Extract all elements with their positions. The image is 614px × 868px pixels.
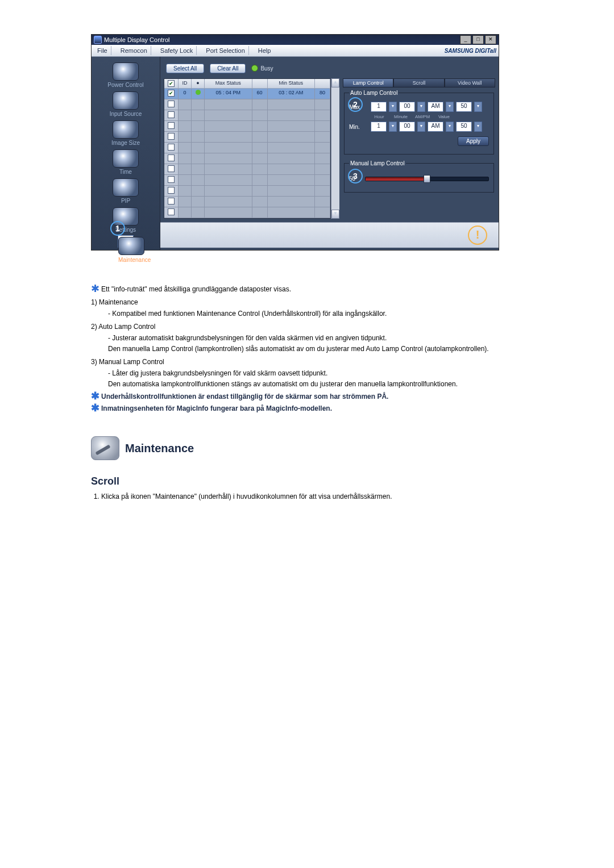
right-panel: Lamp Control Scroll Video Wall Auto Lamp…	[343, 78, 495, 219]
panel-tabs: Lamp Control Scroll Video Wall	[343, 78, 495, 87]
sidebar-item-label: Input Source	[110, 111, 142, 117]
row-checkbox-icon[interactable]	[168, 198, 175, 205]
min-hour-select[interactable]: 1	[371, 122, 387, 132]
minimize-button[interactable]: _	[460, 35, 471, 44]
sublabel-hour: Hour	[371, 114, 388, 119]
menu-remocon[interactable]: Remocon	[117, 46, 151, 55]
grid-header-80	[315, 79, 330, 89]
dropdown-icon[interactable]: ▾	[389, 102, 397, 112]
max-ampm-select[interactable]: AM	[428, 102, 443, 112]
sublabel-ampm: AM/PM	[414, 114, 431, 119]
callout-3-badge: 3	[348, 169, 363, 183]
tab-scroll[interactable]: Scroll	[393, 78, 444, 87]
slider-thumb-icon[interactable]	[424, 175, 430, 183]
row-checkbox-icon[interactable]	[168, 155, 175, 161]
menu-safety-lock[interactable]: Safety Lock	[157, 46, 197, 55]
checkbox-all-icon[interactable]	[168, 80, 175, 87]
item-line: - Låter dig justera bakgrundsbelysningen…	[108, 369, 523, 378]
min-ampm-select[interactable]: AM	[428, 122, 443, 132]
grid-header-max: Max Status	[205, 79, 252, 89]
item-line: Den manuella Lamp Control (lampkontrolle…	[108, 344, 523, 354]
dropdown-icon[interactable]: ▾	[417, 122, 425, 132]
item-num: 1)	[91, 298, 97, 306]
cell-id: 0	[179, 89, 192, 99]
row-checkbox-icon[interactable]	[168, 90, 175, 97]
note-1: ✱ Underhållskontrollfunktionen är endast…	[91, 392, 523, 402]
max-value-select[interactable]: 50	[456, 102, 472, 112]
menubar: File Remocon Safety Lock Port Selection …	[92, 45, 499, 57]
dropdown-icon[interactable]: ▾	[446, 122, 454, 132]
row-checkbox-icon[interactable]	[168, 208, 175, 215]
sidebar-item-image-size[interactable]: Image Size	[97, 119, 154, 147]
busy-indicator: Busy	[251, 65, 273, 72]
note-text: Underhållskontrollfunktionen är endast t…	[101, 393, 388, 400]
image-size-icon	[113, 120, 139, 139]
max-hour-select[interactable]: 1	[371, 102, 387, 112]
manual-lamp-panel: Manual Lamp Control 3 50	[344, 160, 494, 193]
star-icon: ✱	[91, 285, 99, 293]
apply-button[interactable]: Apply	[458, 136, 489, 146]
row-checkbox-icon[interactable]	[168, 165, 175, 172]
cell-v60: 60	[252, 89, 268, 99]
note-2: ✱ Inmatningsenheten för MagicInfo funger…	[91, 404, 523, 414]
sidebar-item-label: Image Size	[111, 140, 140, 146]
grid-header-min: Min Status	[268, 79, 316, 89]
grid-row-empty	[164, 186, 330, 197]
grid-row-empty	[164, 153, 330, 164]
min-label: Min.	[349, 124, 368, 130]
maximize-button[interactable]: □	[472, 35, 484, 44]
sidebar-item-power-control[interactable]: Power Control	[97, 61, 154, 89]
min-minute-select[interactable]: 00	[399, 122, 415, 132]
item-title: Manual Lamp Control	[99, 358, 164, 366]
sublabel-minute: Minute	[392, 114, 409, 119]
sidebar-item-settings[interactable]: Settings	[97, 206, 154, 234]
min-value-select[interactable]: 50	[456, 122, 472, 132]
grid-scrollbar[interactable]: ▲ ▼	[331, 78, 339, 219]
row-checkbox-icon[interactable]	[168, 187, 175, 194]
wrench-icon	[91, 436, 119, 460]
dropdown-icon[interactable]: ▾	[446, 102, 454, 112]
manual-lamp-slider[interactable]	[365, 177, 489, 181]
menu-help[interactable]: Help	[255, 46, 275, 55]
dropdown-icon[interactable]: ▾	[474, 122, 482, 132]
clear-all-button[interactable]: Clear All	[210, 64, 246, 73]
menu-file[interactable]: File	[94, 46, 111, 55]
row-checkbox-icon[interactable]	[168, 101, 175, 107]
tab-lamp-control[interactable]: Lamp Control	[343, 78, 393, 87]
dropdown-icon[interactable]: ▾	[417, 102, 425, 112]
row-checkbox-icon[interactable]	[168, 133, 175, 140]
desc-item-3: 3) Manual Lamp Control	[91, 357, 523, 367]
grid-row-0[interactable]: 0 05 : 04 PM 60 03 : 02 AM 80	[164, 89, 330, 99]
maintenance-heading-row: Maintenance	[91, 436, 523, 460]
grid-row-empty	[164, 110, 330, 121]
callout-1-badge: 1	[110, 221, 125, 236]
scroll-down-button[interactable]: ▼	[331, 210, 339, 219]
sidebar-item-pip[interactable]: PIP	[97, 177, 154, 205]
row-checkbox-icon[interactable]	[168, 111, 175, 118]
dropdown-icon[interactable]: ▾	[389, 122, 397, 132]
busy-dot-icon	[251, 65, 258, 72]
tab-video-wall[interactable]: Video Wall	[445, 78, 495, 87]
desc-item-2: 2) Auto Lamp Control	[91, 322, 523, 332]
sidebar-item-maintenance[interactable]: 1 Maintenance	[118, 235, 134, 248]
scroll-up-button[interactable]: ▲	[331, 78, 339, 87]
max-minute-select[interactable]: 00	[399, 102, 415, 112]
app-icon	[94, 36, 102, 44]
grid-row-empty	[164, 132, 330, 143]
item-line: - Kompatibel med funktionen Maintenance …	[108, 309, 523, 319]
auto-lamp-panel: Auto Lamp Control 2 Max. 1▾ 00▾ AM▾ 50▾ …	[344, 90, 494, 155]
cell-v80: 80	[315, 89, 330, 99]
row-checkbox-icon[interactable]	[168, 144, 175, 151]
row-checkbox-icon[interactable]	[168, 176, 175, 183]
sidebar-item-input-source[interactable]: Input Source	[97, 90, 154, 118]
menu-port-selection[interactable]: Port Selection	[202, 46, 248, 55]
row-checkbox-icon[interactable]	[168, 122, 175, 129]
close-button[interactable]: ✕	[485, 35, 496, 44]
sidebar-item-time[interactable]: Time	[97, 148, 154, 176]
busy-label: Busy	[260, 65, 273, 72]
dropdown-icon[interactable]: ▾	[474, 102, 482, 112]
warning-icon: !	[468, 226, 487, 245]
auto-lamp-min-row: Min. 1▾ 00▾ AM▾ 50▾	[349, 122, 489, 132]
select-all-button[interactable]: Select All	[166, 64, 204, 73]
grid-header-check[interactable]	[164, 79, 179, 89]
